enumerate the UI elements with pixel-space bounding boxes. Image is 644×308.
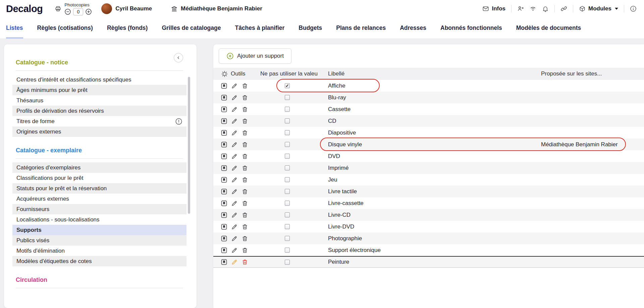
sidebar-item-motifs-elimination[interactable]: Motifs d'élimination (12, 246, 186, 256)
bookmark-icon[interactable] (221, 235, 227, 242)
exclude-checkbox[interactable] (285, 260, 290, 265)
exclude-checkbox[interactable] (285, 95, 290, 100)
bookmark-icon[interactable] (221, 176, 227, 183)
wireless-icon[interactable] (530, 5, 536, 12)
bookmark-icon[interactable] (221, 212, 227, 218)
delete-icon[interactable] (241, 83, 248, 89)
tab-regles-cotisations[interactable]: Règles (cotisations) (37, 17, 93, 39)
exclude-checkbox[interactable] (285, 165, 290, 170)
exclude-checkbox[interactable] (285, 83, 290, 88)
sidebar-item-supports[interactable]: Supports (12, 225, 186, 235)
sidebar-item-centres-interet[interactable]: Centres d'intérêt et classifications spé… (12, 74, 186, 85)
delete-icon[interactable] (241, 141, 248, 148)
delete-icon[interactable] (241, 247, 248, 254)
app-logo[interactable]: Decalog (6, 3, 43, 14)
exclude-checkbox[interactable] (285, 201, 290, 206)
sidebar-item-modeles-etiquettes[interactable]: Modèles d'étiquettes de cotes (12, 256, 186, 266)
bookmark-icon[interactable] (221, 200, 227, 207)
delete-icon[interactable] (241, 176, 248, 183)
link-icon[interactable] (560, 5, 567, 12)
delete-icon[interactable] (241, 153, 248, 160)
tab-abonnes-fonctionnels[interactable]: Abonnés fonctionnels (440, 17, 502, 39)
edit-icon[interactable] (231, 83, 238, 89)
photocopies-count[interactable]: 0 (73, 8, 83, 15)
tab-budgets[interactable]: Budgets (299, 17, 322, 39)
edit-icon[interactable] (231, 106, 238, 113)
sidebar-item-profils-derivation[interactable]: Profils de dérivation des réservoirs (12, 106, 186, 116)
sidebar-item-origines-externes[interactable]: Origines externes (12, 126, 186, 137)
delete-icon[interactable] (241, 200, 248, 207)
bookmark-icon[interactable] (221, 106, 227, 113)
modules-menu[interactable]: Modules (579, 5, 618, 12)
delete-icon[interactable] (241, 188, 248, 195)
delete-icon[interactable] (241, 259, 248, 265)
delete-icon[interactable] (241, 212, 248, 218)
sidebar-item-fournisseurs[interactable]: Fournisseurs (12, 204, 186, 214)
exclude-checkbox[interactable] (285, 224, 290, 229)
sidebar-item-thesaurus[interactable]: Thésaurus (12, 95, 186, 106)
delete-icon[interactable] (241, 130, 248, 136)
exclude-checkbox[interactable] (285, 130, 290, 135)
bookmark-icon[interactable] (221, 83, 227, 89)
exclude-checkbox[interactable] (285, 177, 290, 182)
edit-icon[interactable] (231, 235, 238, 242)
sidebar-item-titres-de-forme[interactable]: Titres de forme (12, 116, 186, 126)
photocopies-minus-button[interactable] (64, 8, 71, 15)
infos-button[interactable]: Infos (482, 5, 505, 12)
edit-icon[interactable] (231, 130, 238, 136)
help-info-icon[interactable] (630, 5, 637, 12)
notifications-bell-icon[interactable] (542, 5, 549, 12)
sidebar-scrollbar[interactable] (188, 77, 190, 214)
edit-icon[interactable] (231, 259, 238, 265)
delete-icon[interactable] (241, 118, 248, 124)
current-library[interactable]: Médiathèque Benjamin Rabier (171, 5, 262, 12)
edit-icon[interactable] (231, 247, 238, 254)
sidebar-item-categories-exemplaires[interactable]: Catégories d'exemplaires (12, 162, 186, 173)
exclude-checkbox[interactable] (285, 118, 290, 123)
edit-icon[interactable] (231, 153, 238, 160)
sidebar-item-classifications-pret[interactable]: Classifications pour le prêt (12, 173, 186, 183)
delete-icon[interactable] (241, 165, 248, 171)
exclude-checkbox[interactable] (285, 107, 290, 112)
exclude-checkbox[interactable] (285, 154, 290, 159)
edit-icon[interactable] (231, 118, 238, 124)
edit-icon[interactable] (231, 94, 238, 101)
tab-adresses[interactable]: Adresses (400, 17, 426, 39)
bookmark-icon[interactable] (221, 94, 227, 101)
tab-regles-fonds[interactable]: Règles (fonds) (107, 17, 148, 39)
bookmark-icon[interactable] (221, 188, 227, 195)
sidebar-item-statuts-pret-reservation[interactable]: Statuts pour le prêt et la réservation (12, 183, 186, 194)
edit-icon[interactable] (231, 141, 238, 148)
sidebar-item-ages-minimums[interactable]: Âges minimums pour le prêt (12, 85, 186, 95)
bookmark-icon[interactable] (221, 130, 227, 136)
exclude-checkbox[interactable] (285, 248, 290, 253)
bookmark-icon[interactable] (221, 223, 227, 230)
bookmark-icon[interactable] (221, 118, 227, 124)
edit-icon[interactable] (231, 165, 238, 171)
collapse-sidebar-button[interactable] (174, 53, 183, 62)
tab-modeles-de-documents[interactable]: Modèles de documents (516, 17, 581, 39)
current-user[interactable]: Cyril Beaume (101, 3, 152, 14)
bookmark-icon[interactable] (221, 165, 227, 171)
edit-icon[interactable] (231, 176, 238, 183)
delete-icon[interactable] (241, 235, 248, 242)
tab-grilles-de-catalogage[interactable]: Grilles de catalogage (162, 17, 221, 39)
tab-plans-de-relances[interactable]: Plans de relances (336, 17, 386, 39)
exclude-checkbox[interactable] (285, 212, 290, 217)
delete-icon[interactable] (241, 223, 248, 230)
exclude-checkbox[interactable] (285, 189, 290, 194)
exclude-checkbox[interactable] (285, 142, 290, 147)
tab-taches-a-planifier[interactable]: Tâches à planifier (235, 17, 284, 39)
bookmark-icon[interactable] (221, 247, 227, 254)
tab-listes[interactable]: Listes (6, 17, 23, 39)
photocopies-plus-button[interactable] (85, 8, 92, 15)
bookmark-icon[interactable] (221, 153, 227, 160)
sidebar-item-publics-vises[interactable]: Publics visés (12, 235, 186, 246)
edit-icon[interactable] (231, 200, 238, 207)
delete-icon[interactable] (241, 94, 248, 101)
user-export-icon[interactable] (517, 5, 524, 12)
add-support-button[interactable]: Ajouter un support (219, 48, 291, 64)
edit-icon[interactable] (231, 223, 238, 230)
bookmark-icon[interactable] (221, 141, 227, 148)
exclude-checkbox[interactable] (285, 236, 290, 241)
